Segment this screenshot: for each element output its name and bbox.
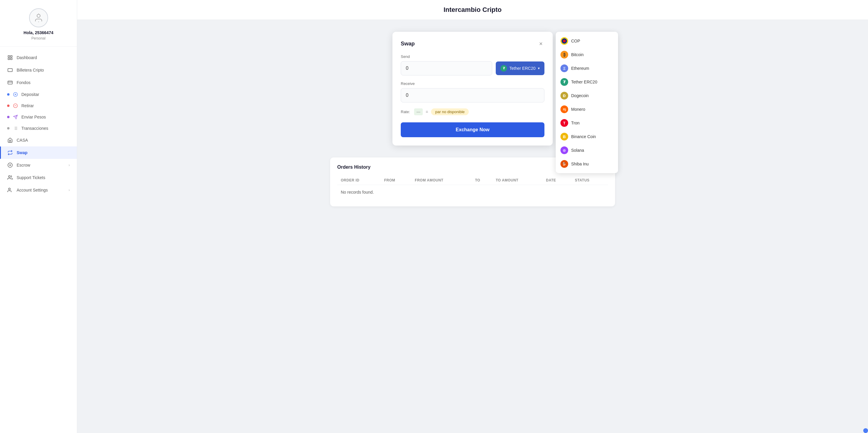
sidebar-item-label: Fondos <box>17 80 31 85</box>
rate-unavailable-badge: par no disponible <box>431 108 469 115</box>
exchange-now-button[interactable]: Exchange Now <box>401 122 545 137</box>
support-icon <box>7 175 13 180</box>
escrow-icon <box>7 162 13 168</box>
ethereum-icon: Ξ <box>560 64 568 72</box>
swap-modal: Swap × Send ₮ Tether ERC20 ▾ <box>393 32 553 146</box>
rate-label: Rate: <box>401 110 410 114</box>
sidebar-item-support[interactable]: Support Tickets <box>0 171 77 184</box>
dropdown-item-label: Binance Coin <box>571 134 596 139</box>
svg-rect-6 <box>8 81 12 84</box>
sidebar-item-depositar[interactable]: Depositar <box>0 89 77 100</box>
send-label: Send <box>401 54 545 59</box>
dropdown-item-solana[interactable]: ◎ Solana <box>556 143 618 157</box>
tron-icon: T <box>560 119 568 127</box>
sidebar: Hola, 25366474 Personal Dashboard Billet… <box>0 0 77 433</box>
page-title: Intercambio Cripto <box>91 6 854 14</box>
sidebar-item-label: Dashboard <box>17 55 37 60</box>
chevron-down-icon: ▾ <box>538 66 540 70</box>
svg-point-0 <box>37 14 40 18</box>
sidebar-item-label: Enviar Pesos <box>21 115 46 119</box>
card-icon <box>7 80 13 86</box>
sidebar-item-account[interactable]: Account Settings › <box>0 184 77 196</box>
sidebar-item-transacciones[interactable]: Transacciones <box>0 123 77 134</box>
svg-rect-5 <box>8 68 12 72</box>
binance-icon: B <box>560 133 568 141</box>
dashboard-icon <box>7 55 13 61</box>
cop-icon <box>560 37 568 45</box>
currency-dropdown: COP ₿ Bitcoin Ξ Ethereum ₮ Tether ERC20 … <box>556 32 618 173</box>
sidebar-item-label: Billetera Cripto <box>17 68 44 73</box>
col-order-id: ORDER ID <box>337 176 380 185</box>
dropdown-item-tron[interactable]: T Tron <box>556 116 618 130</box>
sidebar-item-label: Swap <box>17 150 28 155</box>
receive-input-row <box>401 88 545 103</box>
dogecoin-icon: Ð <box>560 92 568 99</box>
tether-erc20-icon: ₮ <box>560 78 568 86</box>
transacciones-dot <box>7 127 9 129</box>
sidebar-item-billetera[interactable]: Billetera Cripto <box>0 64 77 76</box>
dropdown-item-bitcoin[interactable]: ₿ Bitcoin <box>556 48 618 61</box>
dropdown-item-label: Ethereum <box>571 66 589 71</box>
currency-label: Tether ERC20 <box>509 66 535 71</box>
col-from: FROM <box>380 176 411 185</box>
sidebar-item-enviar[interactable]: Enviar Pesos <box>0 111 77 123</box>
plus-circle-icon <box>13 92 18 97</box>
sidebar-item-fondos[interactable]: Fondos <box>0 76 77 89</box>
receive-section: Receive <box>401 81 545 103</box>
depositar-dot <box>7 93 9 96</box>
dropdown-item-label: Shiba Inu <box>571 162 589 166</box>
currency-select-button[interactable]: ₮ Tether ERC20 ▾ <box>496 61 545 75</box>
col-to-amount: TO AMOUNT <box>492 176 542 185</box>
send-amount-input[interactable] <box>401 61 492 76</box>
dropdown-item-cop[interactable]: COP <box>556 34 618 48</box>
send-section: Send ₮ Tether ERC20 ▾ <box>401 54 545 76</box>
rate-dash: — <box>414 108 423 115</box>
table-header-row: ORDER ID FROM FROM AMOUNT TO TO AMOUNT D… <box>337 176 608 185</box>
svg-rect-4 <box>11 58 12 60</box>
main-scroll-area: Swap × Send ₮ Tether ERC20 ▾ <box>77 20 868 433</box>
dropdown-item-ethereum[interactable]: Ξ Ethereum <box>556 61 618 75</box>
retirar-dot <box>7 105 9 107</box>
avatar <box>29 8 48 27</box>
sidebar-item-label: Support Tickets <box>17 175 45 180</box>
modal-close-button[interactable]: × <box>537 40 545 47</box>
sidebar-item-casa[interactable]: CASA <box>0 134 77 146</box>
orders-table: ORDER ID FROM FROM AMOUNT TO TO AMOUNT D… <box>337 176 608 199</box>
rate-equals: = <box>426 110 428 114</box>
wallet-icon <box>7 67 13 73</box>
send-icon <box>13 115 18 119</box>
receive-amount-input[interactable] <box>401 88 545 103</box>
sidebar-item-escrow[interactable]: Escrow › <box>0 159 77 171</box>
col-status: STATUS <box>571 176 608 185</box>
profile-name: Hola, 25366474 <box>24 30 53 35</box>
account-icon <box>7 187 13 193</box>
casa-icon <box>7 137 13 143</box>
rate-row: Rate: — = par no disponible <box>401 108 545 115</box>
sidebar-item-label: Account Settings <box>17 188 48 193</box>
col-from-amount: FROM AMOUNT <box>411 176 471 185</box>
sidebar-item-label: Transacciones <box>21 126 49 131</box>
minus-circle-icon <box>13 103 18 108</box>
svg-point-25 <box>9 188 10 190</box>
chevron-right-icon: › <box>69 163 70 167</box>
svg-point-28 <box>563 39 566 42</box>
dropdown-item-label: Dogecoin <box>571 93 589 98</box>
dropdown-item-monero[interactable]: ɱ Monero <box>556 103 618 116</box>
shiba-icon: 🐕 <box>560 160 568 168</box>
solana-icon: ◎ <box>560 146 568 154</box>
list-icon <box>13 126 18 131</box>
svg-rect-2 <box>11 56 12 57</box>
sidebar-item-dashboard[interactable]: Dashboard <box>0 51 77 64</box>
profile-section: Hola, 25366474 Personal <box>0 0 77 47</box>
dropdown-item-label: Tether ERC20 <box>571 80 597 84</box>
sidebar-item-retirar[interactable]: Retirar <box>0 100 77 111</box>
sidebar-item-label: Retirar <box>21 103 34 108</box>
dropdown-item-tether[interactable]: ₮ Tether ERC20 <box>556 75 618 89</box>
swap-icon <box>7 150 13 155</box>
sidebar-item-swap[interactable]: Swap <box>0 146 77 159</box>
dropdown-item-label: Solana <box>571 148 584 153</box>
dropdown-item-dogecoin[interactable]: Ð Dogecoin <box>556 89 618 103</box>
dropdown-item-binance[interactable]: B Binance Coin <box>556 130 618 143</box>
sidebar-item-label: CASA <box>17 138 28 143</box>
dropdown-item-shiba[interactable]: 🐕 Shiba Inu <box>556 157 618 171</box>
